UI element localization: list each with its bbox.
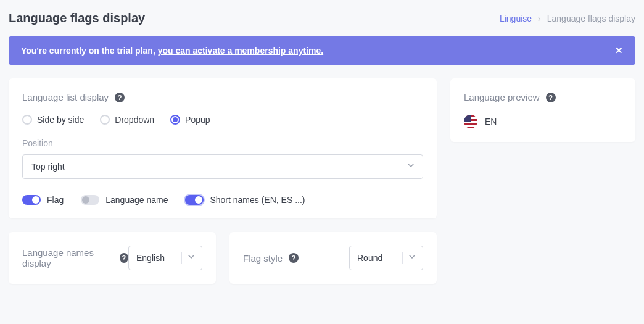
card-title-text: Language names display xyxy=(22,247,114,268)
flag-style-card: Flag style ? Round xyxy=(229,232,437,284)
toggle-switch xyxy=(81,195,99,205)
card-title-list-display: Language list display ? xyxy=(22,92,423,102)
radio-circle-icon xyxy=(22,115,32,125)
language-names-display-card: Language names display ? English xyxy=(9,232,216,284)
card-title-preview: Language preview ? xyxy=(464,92,622,102)
toggle-short-names[interactable]: Short names (EN, ES ...) xyxy=(185,195,305,205)
radio-label: Popup xyxy=(185,115,210,125)
help-icon[interactable]: ? xyxy=(115,93,125,102)
banner-activate-link[interactable]: you can activate a membership anytime. xyxy=(158,46,323,56)
select-value: Round xyxy=(357,253,382,263)
preview-language-code: EN xyxy=(485,117,497,127)
select-value: English xyxy=(136,253,165,263)
card-title-text: Flag style xyxy=(243,253,283,264)
trial-banner: You're currently on the trial plan, you … xyxy=(9,36,635,65)
card-title-text: Language preview xyxy=(464,92,540,102)
chevron-down-icon xyxy=(408,164,414,170)
radio-side-by-side[interactable]: Side by side xyxy=(22,115,84,125)
radio-label: Side by side xyxy=(37,115,84,125)
card-title-text: Language list display xyxy=(22,92,109,102)
breadcrumb-root[interactable]: Linguise xyxy=(500,14,532,23)
toggle-flag[interactable]: Flag xyxy=(22,195,64,205)
preview-language-item: EN xyxy=(464,115,622,128)
flag-style-select[interactable]: Round xyxy=(349,246,423,270)
toggle-label: Language name xyxy=(105,195,168,205)
card-title-flag-style: Flag style ? xyxy=(243,253,349,264)
radio-dropdown[interactable]: Dropdown xyxy=(100,115,154,125)
radio-circle-icon xyxy=(170,115,180,125)
display-mode-radios: Side by side Dropdown Popup xyxy=(22,115,423,125)
banner-text: You're currently on the trial plan, xyxy=(21,46,158,56)
page-title: Language flags display xyxy=(9,11,145,25)
toggle-row: Flag Language name Short names (EN, ES .… xyxy=(22,195,423,205)
toggle-switch xyxy=(185,195,204,205)
language-list-display-card: Language list display ? Side by side Dro… xyxy=(9,78,437,218)
toggle-language-name[interactable]: Language name xyxy=(81,195,168,205)
toggle-label: Short names (EN, ES ...) xyxy=(210,195,305,205)
radio-label: Dropdown xyxy=(115,115,154,125)
chevron-down-icon xyxy=(188,255,194,261)
help-icon[interactable]: ? xyxy=(120,253,128,263)
help-icon[interactable]: ? xyxy=(546,93,556,102)
chevron-down-icon xyxy=(409,255,415,261)
position-label: Position xyxy=(22,138,423,148)
breadcrumb-current: Language flags display xyxy=(547,14,635,23)
page-header: Language flags display Linguise › Langua… xyxy=(9,6,635,36)
select-value: Top right xyxy=(31,162,65,172)
breadcrumb: Linguise › Language flags display xyxy=(500,14,635,23)
position-select[interactable]: Top right xyxy=(22,154,423,179)
chevron-right-icon: › xyxy=(538,14,541,23)
names-display-select[interactable]: English xyxy=(128,246,202,270)
card-title-names-display: Language names display ? xyxy=(22,247,128,268)
toggle-label: Flag xyxy=(47,195,64,205)
language-preview-card: Language preview ? EN xyxy=(450,78,635,142)
close-icon[interactable]: ✕ xyxy=(615,45,623,56)
help-icon[interactable]: ? xyxy=(289,253,299,263)
radio-circle-icon xyxy=(100,115,110,125)
us-flag-icon xyxy=(464,115,477,128)
radio-popup[interactable]: Popup xyxy=(170,115,210,125)
toggle-switch xyxy=(22,195,41,205)
